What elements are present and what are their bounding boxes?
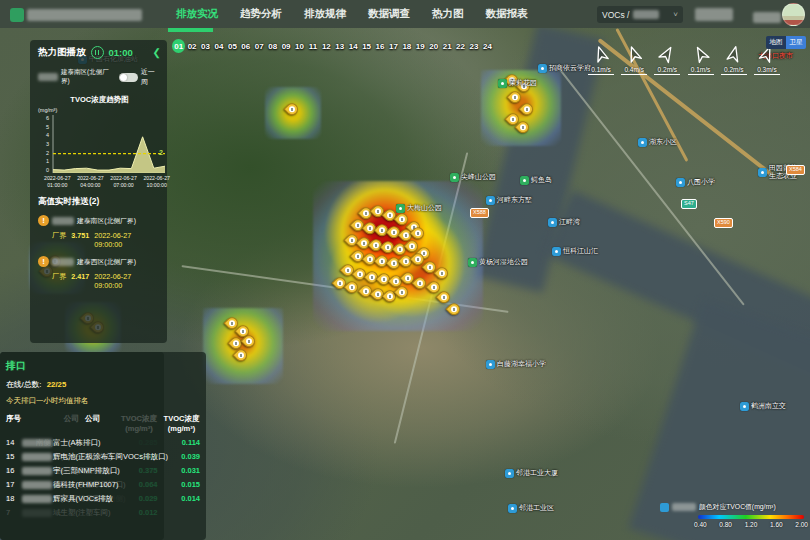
timeline-hour[interactable]: 12 [320,39,333,53]
nav-tab[interactable]: 数据报表 [486,7,528,21]
timeline-hour[interactable]: 15 [360,39,373,53]
timeline-hour[interactable]: 10 [293,39,306,53]
vocs-dropdown[interactable]: VOCs / ˅ [597,6,683,23]
range-label: 近一周 [141,67,161,87]
wind-speed: 0.3m/s [754,66,780,75]
monitor-pin[interactable] [412,227,424,239]
timeline-hour[interactable]: 06 [239,39,252,53]
timeline-hour[interactable]: 22 [454,39,467,53]
table-row[interactable]: 14 富士(A栋排口) 0.114 [6,434,200,448]
monitor-pin[interactable] [235,349,247,361]
map-poi-label: 白藤湖幸福小学 [486,360,546,369]
monitor-pin[interactable] [448,303,460,315]
timeline-hour[interactable]: 08 [266,39,279,53]
monitor-pin[interactable] [521,103,533,115]
timeline-hour[interactable]: 07 [253,39,266,53]
legend-tick: 0.80 [719,521,732,528]
monitor-pin[interactable] [438,291,450,303]
monitor-pin[interactable] [286,103,298,115]
poi-icon [486,196,495,205]
nav-tab[interactable]: 排放规律 [304,7,346,21]
timeline-hour[interactable]: 11 [306,39,319,53]
wind-item: 0.4m/s [619,44,649,75]
timeline-hour[interactable]: 20 [427,39,440,53]
legend-tick: 2.00 [795,521,808,528]
range-toggle[interactable] [119,73,138,82]
avatar[interactable] [782,3,805,26]
timeline-hour[interactable]: 16 [373,39,386,53]
wind-item: 0.2m/s [652,44,682,75]
alert-value: 3.751 [71,231,89,249]
timeline-hour[interactable]: 01 [172,39,185,53]
threshold-value: 2 [159,149,163,156]
timeline-hour[interactable]: 18 [400,39,413,53]
color-gradient-bar [698,515,804,519]
table-row[interactable]: 15 辉电池(正极涂布车间VOCs排放口) 0.039 [6,448,200,462]
timeline-hour[interactable]: 13 [333,39,346,53]
monitor-pin[interactable] [412,253,424,265]
pause-button[interactable] [91,46,104,59]
pin-icon [344,279,361,296]
map-poi-label: 鳄鱼岛 [520,176,552,185]
wind-item: 0.2m/s [719,44,749,75]
alert-company-redacted [52,217,74,225]
poi-icon [548,218,557,227]
chart-y-axis-label: (mg/m³) [38,107,57,113]
nav-tab[interactable]: 趋势分析 [240,7,282,21]
company-redacted [22,481,52,489]
monitor-pin[interactable] [509,91,521,103]
timeline-hour[interactable]: 14 [346,39,359,53]
timeline-hour[interactable]: 03 [199,39,212,53]
nav-tab[interactable]: 数据调查 [368,7,410,21]
timeline-hour[interactable]: 09 [279,39,292,53]
chart-area-fill [53,137,165,173]
wind-direction-panel: 0.1m/s 0.4m/s 0.2m/s 0.1m/s [586,44,782,75]
table-row[interactable]: 17 德科技(FHMP1007) 0.015 [6,476,200,490]
nav-tab[interactable]: 热力图 [432,7,464,21]
timeline-hour[interactable]: 21 [440,39,453,53]
vocs-value-redacted [633,10,659,19]
road-badge: X588 [470,208,489,218]
monitor-pin[interactable] [414,277,426,289]
monitor-pin[interactable] [346,281,358,293]
satellite-view-button[interactable]: 卫星 [786,36,806,49]
high-value-alert[interactable]: ! 建泰南区(北侧厂界) 厂界 3.751 2022-06-27 09:00:0… [38,215,161,249]
timeline-hour[interactable]: 02 [185,39,198,53]
monitor-pin[interactable] [230,337,242,349]
wind-speed: 0.4m/s [621,66,647,75]
col-no: 序号 [6,414,22,424]
pin-icon [434,265,451,282]
poi-icon [486,360,495,369]
monitor-pin[interactable] [436,267,448,279]
high-value-alert[interactable]: ! 建泰西区(北侧厂界) 厂界 2.417 2022-06-27 09:00:0… [38,256,161,290]
monitor-pin[interactable] [406,240,418,252]
monitor-pin[interactable] [396,213,408,225]
collapse-panel-icon[interactable]: ❮ [153,47,161,58]
legend-tick: 1.20 [745,521,758,528]
wind-speed: 0.1m/s [588,66,614,75]
wind-speed: 0.1m/s [688,66,714,75]
row-company: 富士(A栋排口) [22,438,168,448]
pin-icon [233,347,250,364]
panel-title: 排口 [6,359,200,373]
timeline-hour[interactable]: 23 [467,39,480,53]
row-company: 辉电池(正极涂布车间VOCs排放口) [22,452,168,462]
map-poi-label: 江畔湾 [548,218,580,227]
timeline-hour[interactable]: 24 [481,39,494,53]
nav-tab[interactable]: 排放实况 [176,7,218,21]
company-redacted [22,467,52,475]
timeline-hour[interactable]: 05 [226,39,239,53]
map-view-button[interactable]: 地图 [766,36,786,49]
alert-time: 2022-06-27 09:00:00 [94,231,161,249]
table-row[interactable]: 16 宇(三部NMP排放口) 0.031 [6,462,200,476]
timeline-progress-bar [168,28,213,32]
timeline-hour[interactable]: 04 [212,39,225,53]
monitor-pin[interactable] [517,121,529,133]
monitor-pin[interactable] [396,286,408,298]
timeline-hour[interactable]: 17 [387,39,400,53]
poi-icon [638,138,647,147]
table-row[interactable]: 18 辉家具(VOCs排放 0.014 [6,490,200,504]
row-value: 0.114 [170,438,200,447]
timeline-hour[interactable]: 19 [414,39,427,53]
monitor-pin[interactable] [243,335,255,347]
